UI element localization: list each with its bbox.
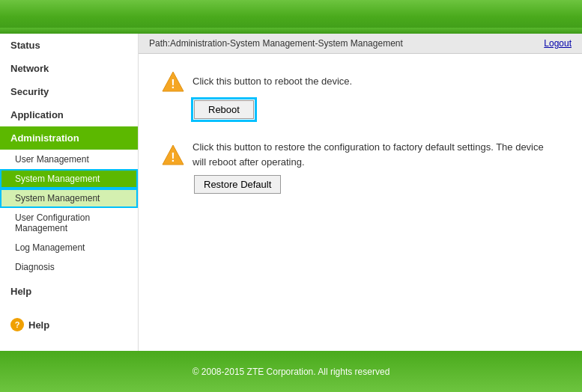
breadcrumb: Path:Administration-System Management-Sy… — [149, 38, 403, 49]
reboot-button-row: Reboot — [194, 100, 560, 119]
sidebar-subitem-system-management-2[interactable]: System Management — [0, 189, 138, 208]
help-icon: ? — [10, 318, 24, 331]
copyright-text: © 2008-2015 ZTE Corporation. All rights … — [193, 367, 390, 377]
restore-text: Click this button to restore the configu… — [193, 140, 560, 169]
sidebar-item-security[interactable]: Security — [0, 80, 138, 103]
sidebar: Status Network Security Application Admi… — [0, 34, 139, 351]
content-area: Path:Administration-System Management-Sy… — [139, 34, 582, 351]
restore-default-button[interactable]: Restore Default — [194, 175, 281, 194]
main-container: Status Network Security Application Admi… — [0, 34, 582, 351]
svg-text:!: ! — [171, 151, 175, 164]
sidebar-help[interactable]: ? Help — [0, 310, 138, 339]
restore-row: ! Click this button to restore the confi… — [161, 140, 560, 169]
warning-icon-reboot: ! — [161, 70, 185, 94]
sidebar-item-status[interactable]: Status — [0, 34, 138, 57]
warning-icon-restore: ! — [161, 144, 185, 168]
reboot-text: Click this button to reboot the device. — [193, 74, 352, 89]
reboot-button[interactable]: Reboot — [194, 100, 254, 119]
top-bar — [0, 0, 582, 34]
bottom-bar: © 2008-2015 ZTE Corporation. All rights … — [0, 351, 582, 392]
sidebar-item-help[interactable]: Help — [0, 280, 138, 303]
svg-text:!: ! — [171, 78, 175, 91]
sidebar-subitem-user-config[interactable]: User Configuration Management — [0, 208, 138, 238]
logout-link[interactable]: Logout — [544, 38, 572, 49]
content-header: Path:Administration-System Management-Sy… — [139, 34, 582, 54]
restore-section: ! Click this button to restore the confi… — [161, 140, 560, 194]
sidebar-subitem-log-management[interactable]: Log Management — [0, 238, 138, 257]
sidebar-item-network[interactable]: Network — [0, 57, 138, 80]
sidebar-subitem-user-management[interactable]: User Management — [0, 150, 138, 169]
sidebar-subitem-system-management-1[interactable]: System Management — [0, 169, 138, 189]
content-body: ! Click this button to reboot the device… — [139, 54, 582, 351]
sidebar-item-administration[interactable]: Administration — [0, 126, 138, 150]
reboot-row: ! Click this button to reboot the device… — [161, 69, 560, 94]
reboot-section: ! Click this button to reboot the device… — [161, 69, 560, 119]
sidebar-item-application[interactable]: Application — [0, 103, 138, 126]
restore-button-row: Restore Default — [194, 175, 560, 194]
sidebar-subitem-diagnosis[interactable]: Diagnosis — [0, 257, 138, 277]
